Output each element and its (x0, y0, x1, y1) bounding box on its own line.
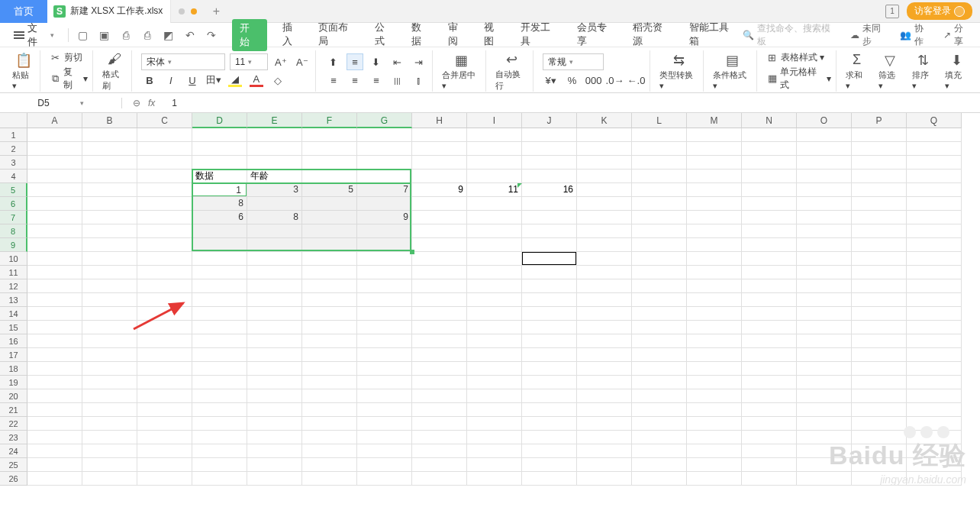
currency-button[interactable]: ¥▾ (543, 72, 559, 89)
cell-H2[interactable] (412, 142, 467, 156)
cell-G14[interactable] (357, 307, 412, 321)
sheet-area[interactable]: ABCDEFGHIJKLMNOPQ 1234567891011121314151… (0, 113, 980, 507)
cell-G6[interactable] (357, 197, 412, 211)
cell-L11[interactable] (632, 266, 687, 279)
cell-K25[interactable] (577, 458, 632, 472)
cell-B8[interactable] (82, 224, 137, 238)
auto-wrap-button[interactable]: ↩ 自动换行 (495, 51, 527, 92)
cell-P17[interactable] (852, 348, 907, 362)
select-all-corner[interactable] (0, 113, 27, 128)
cell-L6[interactable] (632, 197, 687, 211)
align-center-button[interactable]: ≡ (347, 72, 363, 89)
decrease-font-button[interactable]: A⁻ (294, 53, 311, 70)
cell-G5[interactable]: 7 (357, 183, 412, 197)
cell-A14[interactable] (27, 307, 82, 321)
cell-M4[interactable] (687, 170, 742, 183)
cell-I23[interactable] (467, 431, 522, 444)
cell-C16[interactable] (137, 334, 192, 348)
cell-C12[interactable] (137, 279, 192, 293)
cell-Q26[interactable] (907, 472, 962, 486)
cell-J15[interactable] (522, 321, 577, 334)
cell-A2[interactable] (27, 142, 82, 156)
cell-G21[interactable] (357, 403, 412, 417)
cell-A21[interactable] (27, 403, 82, 417)
col-header-Q[interactable]: Q (907, 113, 962, 128)
cell-K8[interactable] (577, 224, 632, 238)
col-header-E[interactable]: E (247, 113, 302, 128)
cell-N17[interactable] (742, 348, 797, 362)
cell-I11[interactable] (467, 266, 522, 279)
cell-E5[interactable]: 3 (247, 183, 302, 197)
cell-J7[interactable] (522, 211, 577, 224)
cell-O24[interactable] (797, 444, 852, 458)
font-color-button[interactable]: A (248, 72, 265, 89)
cell-J26[interactable] (522, 472, 577, 486)
cell-P11[interactable] (852, 266, 907, 279)
cell-P12[interactable] (852, 279, 907, 293)
cell-H19[interactable] (412, 376, 467, 389)
cell-L24[interactable] (632, 444, 687, 458)
cell-D3[interactable] (192, 156, 247, 170)
cell-C17[interactable] (137, 348, 192, 362)
cell-B7[interactable] (82, 211, 137, 224)
cell-C13[interactable] (137, 293, 192, 307)
cell-P22[interactable] (852, 417, 907, 431)
cell-O7[interactable] (797, 211, 852, 224)
cell-L2[interactable] (632, 142, 687, 156)
distribute-v-button[interactable]: ⫿ (411, 72, 427, 89)
col-header-P[interactable]: P (852, 113, 907, 128)
cell-B14[interactable] (82, 307, 137, 321)
indent-increase-button[interactable]: ⇥ (411, 53, 427, 70)
cell-H23[interactable] (412, 431, 467, 444)
cell-O9[interactable] (797, 238, 852, 252)
table-style-button[interactable]: ⊞表格样式 ▾ (766, 51, 824, 64)
cell-Q15[interactable] (907, 321, 962, 334)
cell-G11[interactable] (357, 266, 412, 279)
cell-G25[interactable] (357, 458, 412, 472)
cell-A20[interactable] (27, 389, 82, 403)
cell-K10[interactable] (577, 252, 632, 266)
cell-P20[interactable] (852, 389, 907, 403)
cell-L12[interactable] (632, 279, 687, 293)
cell-H8[interactable] (412, 224, 467, 238)
col-header-C[interactable]: C (137, 113, 192, 128)
col-header-B[interactable]: B (82, 113, 137, 128)
cell-K11[interactable] (577, 266, 632, 279)
cell-O21[interactable] (797, 403, 852, 417)
cell-C6[interactable] (137, 197, 192, 211)
cell-I21[interactable] (467, 403, 522, 417)
cell-A6[interactable] (27, 197, 82, 211)
cell-E14[interactable] (247, 307, 302, 321)
cell-B1[interactable] (82, 128, 137, 142)
cell-C3[interactable] (137, 156, 192, 170)
cell-B3[interactable] (82, 156, 137, 170)
cell-F20[interactable] (302, 389, 357, 403)
cell-G3[interactable] (357, 156, 412, 170)
cell-N15[interactable] (742, 321, 797, 334)
cell-J1[interactable] (522, 128, 577, 142)
cell-E26[interactable] (247, 472, 302, 486)
cell-K16[interactable] (577, 334, 632, 348)
cell-C11[interactable] (137, 266, 192, 279)
cell-G20[interactable] (357, 389, 412, 403)
cell-I16[interactable] (467, 334, 522, 348)
cell-B20[interactable] (82, 389, 137, 403)
cell-E18[interactable] (247, 362, 302, 376)
cell-J6[interactable] (522, 197, 577, 211)
cell-G1[interactable] (357, 128, 412, 142)
cell-M13[interactable] (687, 293, 742, 307)
cell-M9[interactable] (687, 238, 742, 252)
cell-C23[interactable] (137, 431, 192, 444)
cell-D14[interactable] (192, 307, 247, 321)
cell-A11[interactable] (27, 266, 82, 279)
cell-P8[interactable] (852, 224, 907, 238)
cell-F18[interactable] (302, 362, 357, 376)
font-name-combo[interactable]: 宋体▾ (141, 53, 225, 70)
cell-F4[interactable] (302, 170, 357, 183)
cell-B16[interactable] (82, 334, 137, 348)
cell-N16[interactable] (742, 334, 797, 348)
row-header-3[interactable]: 3 (0, 156, 27, 170)
col-header-N[interactable]: N (742, 113, 797, 128)
cell-B22[interactable] (82, 417, 137, 431)
cell-G9[interactable] (357, 238, 412, 252)
